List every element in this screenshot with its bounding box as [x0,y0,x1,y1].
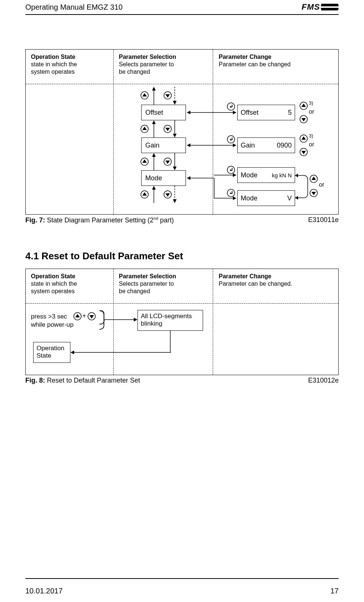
param-mode-v: Mode V [237,190,295,206]
svg-marker-45 [165,161,170,164]
arrow-up-icon [151,153,157,170]
up-button-icon [140,125,149,133]
svg-marker-8 [187,176,190,180]
column-title: Operation State [31,273,75,279]
column-header-parameter-change: Parameter Change Parameter can be change… [219,53,323,68]
value: kg kN N [272,172,292,178]
arrow-down-icon [172,120,178,137]
caption-text: Reset to Default Parameter Set [45,377,140,384]
press-instruction: press >3 sec [31,313,67,320]
down-button-icon [300,115,308,123]
svg-marker-53 [165,193,170,197]
column-title: Parameter Change [219,273,271,279]
svg-marker-5 [187,143,190,147]
param-gain-value: Gain 0900 [237,137,295,153]
svg-marker-37 [165,128,170,131]
down-button-icon [164,125,172,133]
loop-connector-icon [295,172,309,202]
enter-key-icon [227,166,235,174]
up-button-icon [300,102,308,110]
svg-rect-0 [321,6,339,8]
column-title: Parameter Change [219,54,271,60]
logo: FMS [302,2,339,12]
label: Offset [145,109,163,117]
bracket-icon [99,310,105,330]
svg-marker-61 [301,151,306,154]
value: V [287,194,292,202]
figure-7: Operation State state in which the syste… [25,49,339,215]
svg-marker-31 [152,120,156,124]
row-divider [26,303,338,304]
logo-icon [321,4,339,10]
column-desc: Parameter can be changed [219,61,291,67]
label: Mode [241,171,257,179]
footer-rule [25,578,339,579]
svg-marker-33 [173,134,177,137]
svg-marker-76 [70,351,74,354]
dashed-arrow-down-icon [172,87,178,105]
column-desc: state in which the [31,281,77,287]
press-instruction: while power-up [31,321,73,329]
label: Operation [37,345,67,352]
column-divider [113,50,114,214]
label: Mode [241,194,257,202]
param-gain: Gain [141,137,186,153]
column-divider [213,50,213,214]
caption-code: E310011e [308,216,339,224]
up-button-icon [300,134,308,143]
caption-prefix: Fig. 7: [25,216,45,224]
column-header-parameter-selection: Parameter Selection Selects parameter to… [119,273,205,295]
svg-marker-6 [233,143,236,147]
svg-marker-63 [311,177,316,180]
svg-marker-15 [230,106,231,108]
param-mode-units: Mode kg kN N [237,167,295,183]
svg-marker-43 [142,159,147,163]
column-desc: system operates [31,69,75,75]
value: 0900 [277,142,292,149]
svg-marker-47 [152,186,156,190]
column-header-operation-state: Operation State state in which the syste… [31,53,109,76]
label: while power-up [31,321,73,328]
svg-marker-39 [152,153,156,157]
column-desc: Selects parameter to [119,281,174,287]
arrow-right-icon [105,317,137,323]
column-header-parameter-selection: Parameter Selection Selects parameter to… [119,53,205,76]
enter-key-icon [227,189,235,197]
column-title: Parameter Selection [119,54,176,60]
down-button-icon [310,189,318,197]
label: press >3 sec [31,313,67,320]
svg-marker-21 [230,192,231,194]
caption-code: E310012e [308,377,339,384]
param-mode: Mode [141,170,186,186]
figure-7-caption: Fig. 7: State Diagram Parameter Setting … [25,216,339,224]
arrow-up-icon [151,120,157,137]
label: blinking [141,320,200,327]
down-button-icon [164,190,172,199]
header-title: Operating Manual EMGZ 310 [25,3,123,12]
svg-marker-67 [295,196,298,200]
label: Gain [145,142,159,149]
label: Gain [241,142,255,149]
arrow-up-icon [151,186,157,203]
svg-marker-29 [165,94,170,98]
param-offset-value: Offset 5 [237,105,295,120]
or-label: or [319,181,324,188]
svg-marker-49 [173,199,177,203]
or-label: or [309,108,314,115]
up-button-icon [140,91,149,99]
svg-marker-35 [142,127,147,130]
column-title: Parameter Selection [119,273,176,279]
up-button-icon [73,312,82,320]
svg-marker-57 [301,118,306,121]
ordinal-suffix: nd [153,216,158,221]
svg-marker-73 [134,318,137,321]
row-divider [26,84,338,84]
lcd-blink-box: All LCD-segments blinking [137,310,203,331]
caption-text: State Diagram Parameter Setting (2 [45,216,153,224]
logo-text: FMS [302,2,320,12]
label: State [37,352,67,359]
svg-marker-55 [301,104,306,107]
svg-marker-51 [142,192,147,196]
figure-8: Operation State state in which the syste… [25,269,339,375]
column-desc: Selects parameter to [119,61,174,67]
